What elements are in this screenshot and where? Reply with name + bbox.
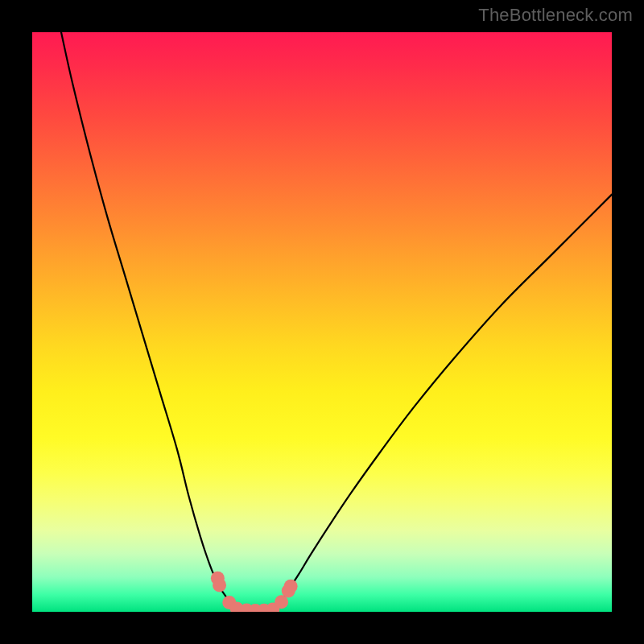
plot-area	[32, 32, 612, 612]
curve-left-branch	[61, 32, 235, 609]
curve-right-branch	[275, 195, 612, 609]
marker-layer	[211, 572, 298, 612]
marker-point	[213, 578, 226, 592]
chart-svg	[32, 32, 612, 612]
chart-frame: TheBottleneck.com	[0, 0, 644, 644]
watermark-text: TheBottleneck.com	[478, 5, 633, 26]
marker-point	[284, 580, 298, 593]
curve-layer	[61, 32, 612, 610]
